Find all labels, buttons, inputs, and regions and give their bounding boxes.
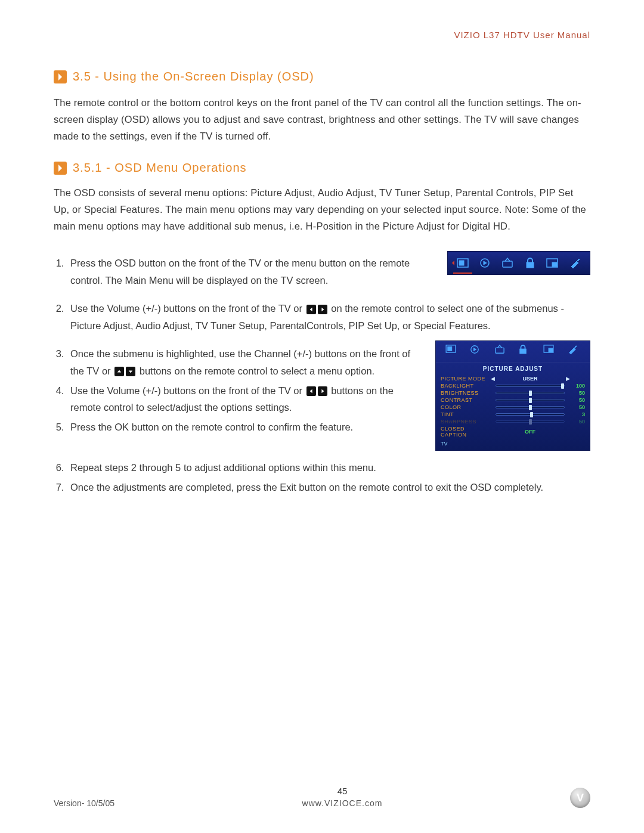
osd-status: TV (436, 438, 590, 447)
svg-rect-19 (519, 349, 526, 354)
picture-icon (445, 345, 459, 358)
arrow-right-icon (318, 305, 327, 314)
manual-title: VIZIO L37 HDTV User Manual (54, 30, 590, 40)
section-3-5-1-title: 3.5.1 - OSD Menu Operations (73, 161, 247, 175)
arrow-up-down-icons (114, 367, 135, 376)
section-3-5-title: 3.5 - Using the On-Screen Display (OSD) (73, 70, 314, 83)
step-1: Press the OSD button on the front of the… (67, 255, 429, 289)
section-3-5-1-heading: 3.5.1 - OSD Menu Operations (54, 161, 590, 175)
osd-picture-adjust-panel: PICTURE ADJUST PICTURE MODE ◀ USER ▶ BAC… (435, 340, 590, 451)
arrow-right-icon (318, 386, 327, 396)
step-6: Repeat steps 2 through 5 to adjust addit… (67, 459, 590, 476)
osd-row-contrast: CONTRAST 50 (436, 397, 590, 404)
step-2: Use the Volume (+/-) buttons on the fron… (67, 300, 590, 335)
svg-rect-5 (527, 262, 534, 268)
svg-rect-4 (503, 261, 512, 267)
lock-icon (523, 256, 537, 270)
svg-rect-15 (447, 347, 451, 351)
tv-tuner-icon (500, 256, 515, 270)
osd-main-menu-bar (447, 251, 590, 275)
svg-marker-3 (484, 261, 487, 265)
setup-icon (568, 256, 582, 270)
osd-row-closed-caption: CLOSED CAPTION OFF (436, 425, 590, 438)
arrow-up-icon (114, 367, 124, 376)
svg-rect-7 (552, 262, 557, 267)
setup-icon (568, 345, 581, 358)
arrow-left-icon (306, 305, 316, 314)
osd-row-sharpness: SHARPNESS 50 (436, 418, 590, 425)
chevron-right-icon (54, 70, 67, 83)
osd-row-color: COLOR 50 (436, 404, 590, 411)
arrow-left-right-icons (306, 386, 327, 396)
svg-marker-9 (321, 307, 324, 311)
osd-row-tint: TINT 3 (436, 411, 590, 418)
svg-marker-12 (309, 389, 312, 393)
arrow-left-icon (306, 386, 316, 396)
chevron-right-icon (54, 162, 67, 175)
osd-row-picture-mode: PICTURE MODE ◀ USER ▶ (436, 375, 590, 382)
arrow-down-icon (126, 367, 135, 376)
step-7: Once the adjustments are completed, pres… (67, 479, 590, 496)
footer-version: Version- 10/5/05 (54, 798, 114, 808)
audio-icon (478, 256, 492, 270)
svg-marker-10 (117, 370, 121, 373)
svg-marker-17 (473, 348, 476, 351)
osd-row-brightness: BRIGHTNESS 50 (436, 389, 590, 397)
pip-icon (543, 345, 556, 358)
page-number: 45 (114, 786, 570, 796)
vizio-logo-icon: V (570, 788, 590, 808)
svg-marker-11 (129, 371, 132, 373)
osd-row-backlight: BACKLIGHT 100 (436, 382, 590, 389)
tv-tuner-icon (494, 345, 507, 358)
svg-rect-21 (549, 348, 553, 352)
page-footer: Version- 10/5/05 45 www.VIZIOCE.com V (54, 786, 590, 808)
arrow-left-right-icons (306, 305, 327, 314)
pip-icon (545, 256, 559, 270)
audio-icon (470, 345, 483, 358)
section-3-5-heading: 3.5 - Using the On-Screen Display (OSD) (54, 70, 590, 83)
svg-rect-18 (495, 348, 503, 354)
step-3: Once the submenu is highlighted, use the… (67, 345, 417, 380)
section-3-5-intro: The remote control or the bottom control… (54, 94, 590, 144)
svg-rect-1 (459, 261, 464, 265)
picture-icon (456, 256, 470, 270)
lock-icon (519, 345, 532, 358)
svg-marker-13 (321, 389, 324, 393)
step-5: Press the OK button on the remote contro… (67, 419, 417, 436)
section-3-5-1-intro: The OSD consists of several menu options… (54, 184, 590, 234)
svg-marker-8 (309, 307, 312, 311)
footer-url: www.VIZIOCE.com (114, 798, 570, 808)
step-4: Use the Volume (+/-) buttons on the fron… (67, 382, 417, 417)
osd-panel-title: PICTURE ADJUST (436, 363, 590, 375)
